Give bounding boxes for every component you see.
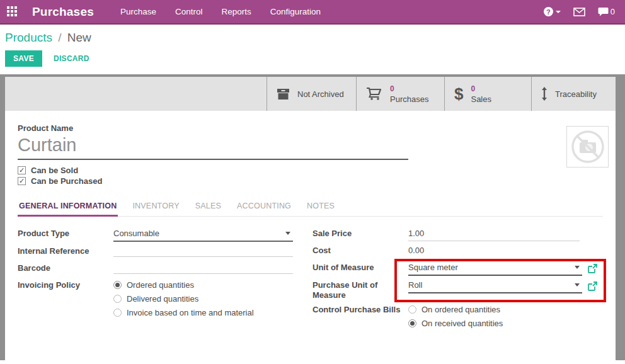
can-be-purchased-checkbox[interactable]: ✓ Can be Purchased <box>18 176 603 186</box>
external-link-icon[interactable] <box>588 282 597 291</box>
stat-label: Not Archived <box>297 89 344 99</box>
navbar-right: ? 0 <box>544 7 615 16</box>
stat-label: Purchases <box>390 94 428 104</box>
menu-purchase[interactable]: Purchase <box>120 7 156 16</box>
stat-button-sales[interactable]: $ 0 Sales <box>444 77 531 111</box>
apps-grid-icon[interactable] <box>7 6 18 18</box>
invoicing-policy-label: Invoicing Policy <box>18 279 113 290</box>
tab-notes[interactable]: NOTES <box>306 199 336 217</box>
checkbox-checked-icon: ✓ <box>18 177 26 185</box>
radio-ordered-quantities[interactable]: Ordered quantities <box>113 280 254 290</box>
checkbox-checked-icon: ✓ <box>18 166 26 174</box>
control-panel-buttons: SAVE DISCARD <box>5 50 620 67</box>
product-type-select[interactable]: Consumable <box>113 227 293 242</box>
menu-control[interactable]: Control <box>175 7 203 16</box>
sale-purchase-checkboxes: ✓ Can be Sold ✓ Can be Purchased <box>18 165 603 186</box>
radio-selected-icon <box>408 319 416 327</box>
save-button[interactable]: SAVE <box>5 50 42 67</box>
tab-sales[interactable]: SALES <box>194 199 222 217</box>
invoicing-policy-radio-group: Ordered quantities Delivered quantities … <box>113 279 254 322</box>
radio-label: Invoice based on time and material <box>127 308 254 317</box>
chevron-down-icon <box>575 283 580 287</box>
radio-invoice-time-material[interactable]: Invoice based on time and material <box>113 308 254 317</box>
internal-reference-input[interactable] <box>113 245 293 257</box>
purchase-unit-of-measure-value: Roll <box>408 280 422 290</box>
chevron-down-icon <box>556 11 561 13</box>
shopping-cart-icon <box>366 87 382 101</box>
internal-reference-row: Internal Reference <box>18 245 302 259</box>
radio-unselected-icon <box>113 295 122 303</box>
no-camera-icon <box>570 128 606 165</box>
product-type-value: Consumable <box>113 229 159 238</box>
purchase-unit-of-measure-row: Purchase Unit of Measure Roll <box>312 279 603 300</box>
product-name-label: Product Name <box>18 123 603 133</box>
cost-value: 0.00 <box>408 244 580 258</box>
notebook-tabs: GENERAL INFORMATION INVENTORY SALES ACCO… <box>18 199 603 217</box>
stat-button-purchases[interactable]: 0 Purchases <box>356 77 444 111</box>
radio-on-received-quantities[interactable]: On received quantities <box>408 319 503 328</box>
radio-label: On received quantities <box>421 319 503 328</box>
breadcrumb-products-link[interactable]: Products <box>5 31 52 44</box>
unit-of-measure-row: Unit of Measure Square meter <box>312 261 603 276</box>
control-purchase-bills-row: Control Purchase Bills On ordered quanti… <box>312 304 603 333</box>
breadcrumb: Products / New <box>5 31 620 45</box>
tab-inventory[interactable]: INVENTORY <box>131 199 180 217</box>
product-name-value: Curtain <box>18 135 408 155</box>
app-menu: Purchase Control Reports Configuration <box>120 7 321 16</box>
barcode-label: Barcode <box>18 262 113 273</box>
page: Purchases Purchase Control Reports Confi… <box>0 0 625 364</box>
product-image-placeholder[interactable] <box>566 126 609 168</box>
tab-general-information[interactable]: GENERAL INFORMATION <box>18 199 118 217</box>
radio-unselected-icon <box>113 309 122 317</box>
app-title[interactable]: Purchases <box>32 5 94 19</box>
cost-label: Cost <box>312 244 408 256</box>
can-be-sold-checkbox[interactable]: ✓ Can be Sold <box>18 165 603 176</box>
up-down-arrows-icon <box>541 87 548 101</box>
product-type-row: Product Type Consumable <box>18 227 302 242</box>
tab-accounting[interactable]: ACCOUNTING <box>236 199 292 217</box>
stat-label: Sales <box>471 94 491 104</box>
radio-delivered-quantities[interactable]: Delivered quantities <box>113 294 254 304</box>
breadcrumb-current: New <box>67 31 91 44</box>
barcode-input[interactable] <box>113 262 293 274</box>
messages-icon[interactable] <box>573 8 585 16</box>
discard-button[interactable]: DISCARD <box>54 54 89 63</box>
radio-selected-icon <box>113 281 122 289</box>
chat-count: 0 <box>611 7 615 16</box>
stat-button-traceability[interactable]: Traceability <box>531 77 616 111</box>
sale-price-label: Sale Price <box>312 227 408 239</box>
dollar-icon: $ <box>454 84 463 104</box>
chat-bubble-icon <box>598 7 609 16</box>
form-left-column: Product Type Consumable Internal Referen… <box>18 227 302 336</box>
unit-of-measure-value: Square meter <box>408 263 458 272</box>
breadcrumb-separator: / <box>58 31 61 44</box>
top-navbar: Purchases Purchase Control Reports Confi… <box>0 0 625 25</box>
purchase-unit-of-measure-select[interactable]: Roll <box>408 279 582 293</box>
radio-label: Ordered quantities <box>127 280 194 290</box>
product-name-field[interactable]: Curtain <box>18 135 408 160</box>
unit-of-measure-select[interactable]: Square meter <box>408 261 582 276</box>
radio-on-ordered-quantities[interactable]: On ordered quantities <box>408 305 503 314</box>
menu-configuration[interactable]: Configuration <box>270 7 321 16</box>
radio-unselected-icon <box>408 305 416 314</box>
product-type-label: Product Type <box>18 227 113 239</box>
sale-price-input[interactable]: 1.00 <box>408 227 580 241</box>
invoicing-policy-row: Invoicing Policy Ordered quantities Deli… <box>18 279 302 322</box>
menu-reports[interactable]: Reports <box>222 7 251 16</box>
form-view-frame: Not Archived 0 Purchases $ <box>0 74 625 360</box>
cost-row: Cost 0.00 <box>312 244 603 258</box>
chat-counter[interactable]: 0 <box>598 7 615 16</box>
barcode-row: Barcode <box>18 262 302 276</box>
archive-box-icon <box>277 88 290 100</box>
stat-button-archived[interactable]: Not Archived <box>267 77 356 111</box>
purchase-unit-of-measure-label: Purchase Unit of Measure <box>312 279 408 300</box>
status-band: Not Archived 0 Purchases $ <box>5 77 616 111</box>
can-be-sold-label: Can be Sold <box>31 166 78 175</box>
help-icon: ? <box>544 7 553 16</box>
form-right-column: Sale Price 1.00 Cost 0.00 Unit of Measur… <box>312 227 603 336</box>
control-purchase-bills-label: Control Purchase Bills <box>312 304 408 315</box>
help-menu[interactable]: ? <box>544 7 561 16</box>
stat-label: Traceability <box>555 89 597 99</box>
chevron-down-icon <box>285 232 290 235</box>
external-link-icon[interactable] <box>588 264 597 273</box>
